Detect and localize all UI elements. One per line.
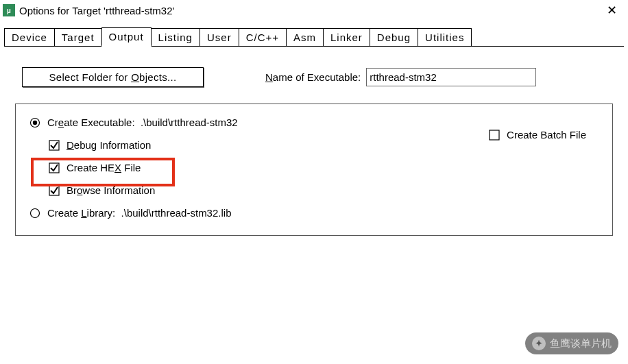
tab-listing[interactable]: Listing <box>151 28 200 46</box>
checkbox-unchecked-icon <box>489 130 500 141</box>
executable-name-input[interactable] <box>366 68 536 86</box>
svg-point-1 <box>33 120 37 124</box>
browse-info-checkbox[interactable]: Browse Information <box>49 184 599 196</box>
tab-strip: Device Target Output Listing User C/C++ … <box>4 27 624 47</box>
watermark-text: 鱼鹰谈单片机 <box>550 337 612 350</box>
watermark: ✦ 鱼鹰谈单片机 <box>525 332 618 354</box>
debug-info-label: Debug Information <box>67 139 151 151</box>
wechat-icon: ✦ <box>532 337 546 350</box>
svg-point-5 <box>31 208 40 217</box>
tab-debug[interactable]: Debug <box>370 28 418 46</box>
create-executable-radio[interactable]: Create Executable: .\build\rtthread-stm3… <box>29 117 599 128</box>
svg-rect-6 <box>490 130 499 140</box>
tab-user[interactable]: User <box>200 28 239 46</box>
name-of-executable-label: Name of Executable: <box>265 71 361 83</box>
tab-utilities[interactable]: Utilities <box>418 28 472 46</box>
tab-asm[interactable]: Asm <box>286 28 324 46</box>
tab-cpp[interactable]: C/C++ <box>239 28 287 46</box>
create-hex-label: Create HEX File <box>67 162 141 173</box>
create-library-radio[interactable]: Create Library: .\build\rtthread-stm32.l… <box>29 207 599 219</box>
window-title: Options for Target 'rtthread-stm32' <box>19 5 598 16</box>
create-executable-label: Create Executable: .\build\rtthread-stm3… <box>47 117 238 128</box>
browse-info-label: Browse Information <box>67 184 155 196</box>
tab-target[interactable]: Target <box>54 28 102 46</box>
debug-info-checkbox[interactable]: Debug Information <box>49 139 599 151</box>
checkbox-checked-icon <box>49 162 60 173</box>
create-library-label: Create Library: .\build\rtthread-stm32.l… <box>47 207 231 219</box>
select-folder-button[interactable]: Select Folder for Objects... <box>22 67 204 87</box>
tab-linker[interactable]: Linker <box>323 28 370 46</box>
tab-output[interactable]: Output <box>101 27 152 47</box>
tab-device[interactable]: Device <box>4 28 55 46</box>
radio-selected-icon <box>29 117 40 128</box>
radio-unselected-icon <box>29 208 40 219</box>
create-batch-label: Create Batch File <box>507 129 586 141</box>
checkbox-checked-icon <box>49 140 60 151</box>
create-hex-checkbox[interactable]: Create HEX File <box>49 162 599 173</box>
close-button[interactable]: ✕ <box>598 3 625 18</box>
checkbox-checked-icon <box>49 185 60 196</box>
app-icon: µ <box>3 4 15 16</box>
output-groupbox: Create Executable: .\build\rtthread-stm3… <box>15 104 613 236</box>
create-batch-checkbox[interactable]: Create Batch File <box>489 129 586 141</box>
